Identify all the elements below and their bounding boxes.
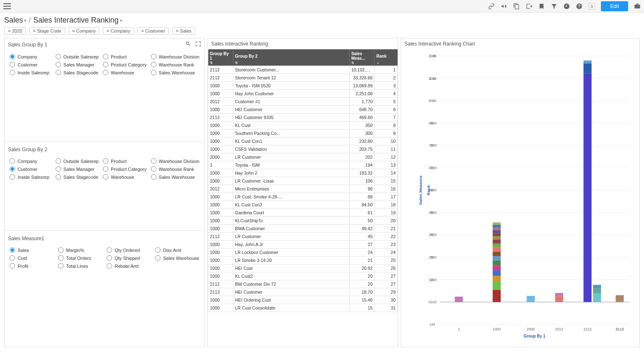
table-row[interactable]: 2112LR Customer4522 <box>208 233 398 241</box>
table-row[interactable]: 1000LR Cust Consolidate1531 <box>208 304 398 312</box>
chart-bar-segment[interactable] <box>493 247 501 252</box>
radio-option[interactable]: Warehouse <box>103 174 147 180</box>
radio-input[interactable] <box>155 255 161 261</box>
radio-input[interactable] <box>56 70 61 75</box>
radio-option[interactable]: Sales Warehouse <box>155 255 199 261</box>
edit-button[interactable]: Edit <box>601 1 628 11</box>
chart-bar-segment[interactable] <box>583 73 591 302</box>
radio-input[interactable] <box>10 70 15 75</box>
table-row[interactable]: 1000HEI Customer648.706 <box>208 106 398 114</box>
radio-option[interactable]: Qty Ordered <box>107 247 151 253</box>
radio-option[interactable]: Outside Salesrep <box>56 158 99 164</box>
breadcrumb-root[interactable]: Sales▾ <box>4 16 26 25</box>
table-scroll[interactable]: Group By 1⇅Group By 2⇅Sales Meas...⇅Rank… <box>208 49 398 347</box>
radio-input[interactable] <box>107 263 112 269</box>
table-row[interactable]: 2112Storeroom Tenant 1233,328.662 <box>208 74 398 82</box>
table-row[interactable]: 1Toyota - ISM19413 <box>208 161 398 169</box>
table-row[interactable]: 1000Gardena Court6119 <box>208 209 398 217</box>
filter-pill[interactable]: = Customer <box>138 27 169 35</box>
table-row[interactable]: 2112HEI Customer 9335469.807 <box>208 114 398 122</box>
radio-input[interactable] <box>103 54 108 59</box>
chart-bar-segment[interactable] <box>555 296 563 302</box>
radio-option[interactable]: Profit <box>10 263 54 269</box>
radio-option[interactable]: Customer <box>10 166 51 172</box>
chart-bar-segment[interactable] <box>493 256 501 261</box>
column-header[interactable]: Sales Meas...⇅ <box>350 49 375 66</box>
radio-input[interactable] <box>56 158 61 164</box>
export-icon[interactable] <box>526 3 532 10</box>
radio-input[interactable] <box>107 255 112 261</box>
radio-option[interactable]: Inside Salesrep <box>10 70 51 75</box>
radio-input[interactable] <box>10 174 15 180</box>
search-icon[interactable] <box>185 41 191 48</box>
radio-input[interactable] <box>103 62 108 67</box>
chart-bar-segment[interactable] <box>583 61 591 63</box>
radio-input[interactable] <box>151 166 156 172</box>
column-header[interactable]: Group By 2⇅ <box>233 49 350 66</box>
radio-option[interactable]: Warehouse Division <box>151 158 199 164</box>
refresh-icon[interactable] <box>588 3 595 10</box>
filter-pill[interactable]: = 2020 <box>4 27 26 35</box>
radio-input[interactable] <box>10 247 15 253</box>
chart-bar-segment[interactable] <box>527 296 535 302</box>
chart-bar-segment[interactable] <box>493 230 501 233</box>
radio-option[interactable]: Sales Warehouse <box>151 70 199 75</box>
table-row[interactable]: 1000KL Cust Con284.5018 <box>208 201 398 209</box>
radio-input[interactable] <box>58 247 64 253</box>
radio-input[interactable] <box>10 54 15 59</box>
radio-option[interactable]: Warehouse Rank <box>151 166 199 172</box>
radio-option[interactable]: Total Orders <box>58 255 102 261</box>
chart-bar-segment[interactable] <box>493 244 501 247</box>
table-row[interactable]: 2112Storeroom Customer...10,102,058.951 <box>208 66 398 74</box>
chart-bar-segment[interactable] <box>593 285 601 289</box>
table-row[interactable]: 2112BW Customer Div 722027 <box>208 280 398 288</box>
briefcase-icon[interactable] <box>634 3 641 10</box>
radio-option[interactable]: Product <box>103 158 147 164</box>
chart-bar-segment[interactable] <box>493 227 501 230</box>
radio-input[interactable] <box>151 174 156 180</box>
table-row[interactable]: 2113HEI Customer18.7029 <box>208 288 398 296</box>
radio-option[interactable]: Margin% <box>58 247 102 253</box>
table-row[interactable]: 1000Hay John Customer2,251.064 <box>208 90 398 98</box>
radio-option[interactable]: Company <box>10 158 51 164</box>
table-row[interactable]: 1000LR Lockbox Customer2424 <box>208 249 398 256</box>
radio-option[interactable]: Warehouse Division <box>151 54 199 59</box>
table-row[interactable]: 1000KL Cust Con1232.8010 <box>208 137 398 145</box>
radio-option[interactable]: Warehouse Rank <box>151 62 199 67</box>
radio-option[interactable]: Sales Stagecode <box>56 174 99 180</box>
radio-input[interactable] <box>58 255 64 261</box>
table-row[interactable]: 2012Micro Enterprises9616 <box>208 185 398 193</box>
table-row[interactable]: 1000Hay, John A Jr2723 <box>208 241 398 249</box>
megaphone-icon[interactable] <box>501 3 507 10</box>
chart-bar-segment[interactable] <box>555 293 563 296</box>
radio-input[interactable] <box>103 166 108 172</box>
radio-input[interactable] <box>103 158 108 164</box>
chart-bar-segment[interactable] <box>493 281 501 290</box>
table-row[interactable]: 1000Southern Packing Co...3009 <box>208 130 398 137</box>
radio-option[interactable]: Product Category <box>103 62 147 67</box>
filter-icon[interactable] <box>551 3 557 10</box>
radio-input[interactable] <box>103 70 108 75</box>
radio-option[interactable]: Rebate Amt <box>107 263 151 269</box>
column-header[interactable]: Rank▲ <box>375 49 398 66</box>
radio-input[interactable] <box>56 54 61 59</box>
radio-input[interactable] <box>56 174 61 180</box>
chart-bar-segment[interactable] <box>593 289 601 294</box>
radio-option[interactable]: Inside Salesrep <box>10 174 51 180</box>
radio-option[interactable]: Sales Warehouse <box>151 174 199 180</box>
bookmark-icon[interactable] <box>538 3 545 10</box>
chart-bar-segment[interactable] <box>493 236 501 240</box>
link-icon[interactable] <box>488 3 495 10</box>
chart-bar-segment[interactable] <box>493 240 501 244</box>
table-row[interactable]: 1000LR Smoke 3-14-202125 <box>208 256 398 264</box>
radio-option[interactable]: Customer <box>10 62 51 67</box>
chart-bar-segment[interactable] <box>493 276 501 281</box>
chart-bar-segment[interactable] <box>493 222 501 225</box>
chart-bar-segment[interactable] <box>583 63 591 74</box>
table-row[interactable]: 1000KL Cust22027 <box>208 272 398 280</box>
radio-option[interactable]: Disc Amt <box>155 247 199 253</box>
filter-pill[interactable]: = Stage Code <box>29 27 65 35</box>
table-row[interactable]: 1000LR Customer -Lisas10615 <box>208 177 398 185</box>
chart-bar-segment[interactable] <box>493 233 501 236</box>
table-row[interactable]: 1000KLCustShipTo5020 <box>208 217 398 225</box>
